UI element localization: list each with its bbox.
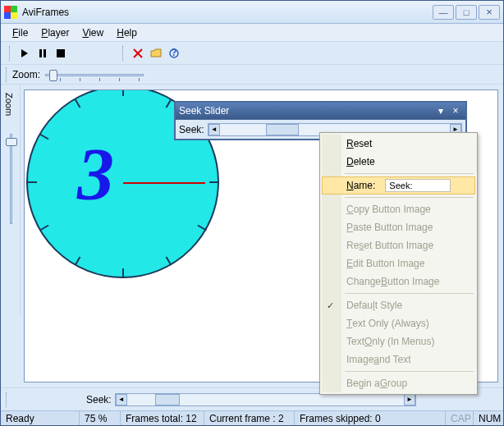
status-frames-skipped: Frames skipped: 0	[295, 411, 446, 425]
seek-label: Seek:	[179, 124, 204, 135]
bottom-seek-label: Seek:	[86, 394, 112, 405]
svg-text:?: ?	[171, 48, 176, 58]
seek-window-title: Seek Slider	[179, 105, 433, 117]
ctx-text-only-always: Text Only (Always)	[322, 314, 475, 332]
ctx-name[interactable]: Name:	[322, 176, 475, 195]
clock-digit: 3	[77, 132, 114, 217]
menubar: File Player View Help	[1, 24, 503, 42]
vertical-zoom-panel: Zoom	[1, 85, 21, 314]
stop-button[interactable]	[52, 44, 70, 62]
ctx-reset-image: Reset Button Image	[322, 236, 475, 254]
zoom-bar: Zoom:	[1, 65, 503, 85]
status-ready: Ready	[1, 411, 80, 425]
clock-hand	[123, 182, 205, 184]
app-title: AviFrames	[22, 7, 431, 18]
status-current-frame: Current frame : 2	[204, 411, 295, 425]
zoom-grip[interactable]	[6, 67, 9, 82]
ctx-paste-image: Paste Button Image	[322, 218, 475, 236]
bottom-seek-left-arrow-icon[interactable]: ◄	[116, 394, 127, 405]
ctx-name-input[interactable]	[385, 179, 451, 192]
seek-window-close-icon[interactable]: ×	[449, 105, 462, 117]
status-cap: CAP	[446, 411, 474, 425]
status-num: NUM	[474, 411, 503, 425]
ctx-reset[interactable]: Reset	[322, 135, 475, 153]
titlebar: AviFrames — □ ×	[1, 1, 503, 24]
menu-file[interactable]: File	[6, 25, 34, 40]
statusbar: Ready 75 % Frames total: 12 Current fram…	[1, 410, 503, 425]
bottom-seek-thumb[interactable]	[155, 394, 180, 405]
maximize-button[interactable]: □	[456, 5, 477, 20]
pause-button[interactable]	[34, 44, 52, 62]
ctx-image-and-text: Image and Text	[322, 350, 475, 369]
ctx-text-only-menus: Text Only (In Menus)	[322, 332, 475, 350]
open-folder-icon[interactable]	[147, 44, 165, 62]
toolbar-grip[interactable]	[9, 46, 12, 61]
ctx-copy-image: Copy Button Image	[322, 200, 475, 218]
minimize-button[interactable]: —	[433, 5, 454, 20]
svg-marker-0	[21, 49, 28, 57]
menu-player[interactable]: Player	[34, 25, 76, 40]
context-menu: Reset Delete Name: Copy Button Image Pas…	[319, 132, 478, 395]
menu-view[interactable]: View	[76, 25, 110, 40]
seek-thumb[interactable]	[266, 124, 299, 135]
seek-window-dropdown-icon[interactable]: ▾	[434, 105, 447, 117]
vertical-zoom-slider[interactable]	[4, 134, 17, 224]
delete-icon[interactable]	[129, 44, 147, 62]
ctx-default-style: ✓Default Style	[322, 296, 475, 314]
bottom-seek-right-arrow-icon[interactable]: ►	[404, 394, 415, 405]
vertical-zoom-thumb[interactable]	[6, 138, 17, 146]
ctx-change-image: Change Button Image	[322, 273, 475, 291]
ctx-edit-image: Edit Button Image	[322, 254, 475, 273]
ctx-begin-group: Begin a Group	[322, 374, 475, 392]
app-icon	[4, 6, 17, 19]
status-zoom: 75 %	[80, 411, 121, 425]
toolbar-grip-2[interactable]	[122, 46, 126, 61]
help-icon[interactable]: ?	[165, 44, 183, 62]
menu-help[interactable]: Help	[110, 25, 144, 40]
zoom-thumb[interactable]	[49, 70, 57, 81]
vertical-zoom-label: Zoom	[1, 85, 17, 124]
close-button[interactable]: ×	[479, 5, 500, 20]
ctx-delete[interactable]: Delete	[322, 153, 475, 171]
status-frames-total: Frames total: 12	[121, 411, 204, 425]
seek-left-arrow-icon[interactable]: ◄	[208, 124, 220, 135]
svg-rect-2	[44, 49, 46, 57]
zoom-slider[interactable]	[45, 66, 144, 83]
play-button[interactable]	[16, 44, 34, 62]
bottom-grip[interactable]	[6, 392, 9, 407]
svg-rect-3	[57, 49, 65, 57]
seek-window-titlebar[interactable]: Seek Slider ▾ ×	[176, 103, 465, 119]
zoom-label: Zoom:	[12, 69, 40, 80]
svg-rect-1	[39, 49, 42, 57]
check-icon: ✓	[327, 300, 334, 311]
toolbar: ?	[1, 42, 503, 65]
